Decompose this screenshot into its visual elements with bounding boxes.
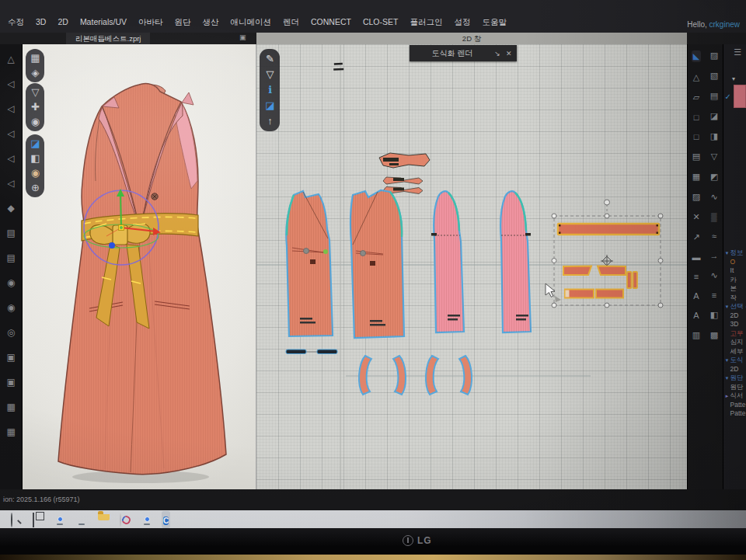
garment-icon[interactable]: ◈ (31, 68, 39, 78)
edge-icon[interactable] (76, 513, 88, 525)
box-icon[interactable]: ▦ (7, 426, 16, 437)
menu-item-materials-uv[interactable]: Materials/UV (80, 17, 127, 28)
float-window-icon[interactable]: ▣ (239, 33, 246, 41)
sewing-machine-icon[interactable]: ▧ (710, 71, 718, 81)
swatch-grid-icon[interactable]: ▩ (710, 330, 718, 340)
text-small-tool-icon[interactable]: A (693, 311, 699, 320)
panel-row[interactable]: ▼도식 (723, 356, 746, 365)
menu-item-help[interactable]: 도움말 (482, 17, 507, 28)
menu-item-plugin[interactable]: 플러그인 (410, 17, 442, 28)
collapse-arrow-icon[interactable]: ▼ (725, 357, 730, 366)
collapse-arrow-icon[interactable]: ► (725, 392, 730, 402)
transform-tool-icon[interactable]: ◣ (692, 50, 701, 62)
paint-garment-icon[interactable]: ◩ (710, 172, 718, 182)
panel-row[interactable]: 3D (723, 320, 746, 329)
menu-item-3d[interactable]: 3D (36, 17, 46, 28)
pattern-copy-icon[interactable]: □ (694, 132, 699, 141)
menu-item-fabric[interactable]: 원단 (174, 17, 190, 28)
ruler-icon[interactable]: ≡ (694, 272, 699, 281)
iron-icon[interactable]: ◧ (710, 310, 718, 320)
bag-icon[interactable]: ▣ (7, 352, 16, 363)
barcode-icon[interactable]: ▥ (692, 330, 700, 340)
image-swatch-icon[interactable]: ▨ (692, 192, 700, 202)
zigzag-shirt-icon[interactable]: ∿ (710, 192, 717, 202)
fabric-list-item[interactable]: ✓ (725, 85, 746, 108)
pattern-piece-back-left[interactable] (431, 191, 464, 332)
panel-row[interactable]: 원단 (723, 383, 746, 392)
press-icon[interactable]: ◨ (710, 131, 718, 141)
grid-swatch-icon[interactable]: ▦ (692, 172, 700, 182)
world-icon[interactable]: ⊕ (31, 183, 40, 193)
stitch-line-icon[interactable]: ≈ (712, 231, 716, 241)
menu-item-animation[interactable]: 애니메이션 (230, 17, 271, 28)
collapse-arrow-icon[interactable]: ▼ (725, 303, 730, 312)
shirt-icon[interactable]: ▽ (266, 69, 274, 80)
pattern-2d-view[interactable] (256, 44, 687, 489)
panel-row[interactable]: ▼선택 선 (723, 302, 746, 311)
panel-row[interactable]: 고무 (723, 329, 746, 339)
clo3d-app-icon[interactable]: C (162, 511, 170, 528)
fabric-swatch[interactable] (734, 85, 746, 108)
scene-cube-icon[interactable]: ▦ (30, 53, 40, 64)
panel-row[interactable]: 카 (723, 276, 746, 285)
schematic-render-popup[interactable]: 도식화 렌더 ↘ ✕ (410, 45, 517, 61)
panel-row[interactable]: ▼원단 (723, 374, 746, 383)
search-icon[interactable] (11, 513, 23, 525)
panel-row[interactable]: 세부 (723, 347, 746, 357)
pattern-piece-armhole-facings[interactable] (359, 356, 472, 395)
sweater-icon[interactable]: ▤ (7, 228, 16, 238)
popup-close-icon[interactable]: ✕ (506, 50, 512, 57)
avatar-pose-icon[interactable]: △ (8, 54, 15, 64)
bag-icon[interactable]: ▣ (7, 377, 16, 388)
cut-tool-icon[interactable]: ✕ (692, 212, 699, 222)
panel-row[interactable]: It (723, 266, 746, 276)
menu-item-connect[interactable]: CONNECT (311, 17, 351, 28)
edit-curve-tool-icon[interactable]: △ (693, 72, 699, 82)
menu-item-render[interactable]: 렌더 (283, 17, 299, 28)
pattern-piece-front-right[interactable] (350, 190, 404, 338)
sewing-machine-icon[interactable]: ▤ (710, 91, 718, 101)
text-tool-icon[interactable]: A (693, 291, 699, 301)
fabric-hide-icon[interactable]: ◧ (30, 153, 40, 164)
file-explorer-icon[interactable] (98, 513, 110, 525)
trace-tool-icon[interactable]: ▱ (693, 92, 699, 103)
button-thread-icon[interactable]: ◎ (7, 327, 15, 338)
shoe-icon[interactable]: ◆ (8, 203, 15, 214)
task-view-icon[interactable] (33, 513, 44, 525)
menu-item-2d[interactable]: 2D (58, 17, 68, 28)
bird-icon[interactable]: ◁ (8, 178, 15, 189)
dots-shirt-icon[interactable]: ▒ (711, 212, 717, 221)
panel-row[interactable]: 본 (723, 284, 746, 294)
pattern-piece-back-right[interactable] (501, 191, 532, 332)
mannequin-icon[interactable]: ◉ (31, 168, 40, 179)
pattern-piece-belt-loops[interactable] (286, 350, 337, 354)
document-icon[interactable]: ▬ (692, 252, 701, 262)
sync-garment-icon[interactable]: ↑ (267, 116, 273, 127)
avatar-icon[interactable]: ◉ (31, 117, 40, 127)
panel-row[interactable]: 2D (723, 311, 746, 321)
project-tab[interactable]: 리본매듭베스트.zprj (66, 33, 150, 44)
popup-dock-icon[interactable]: ↘ (494, 50, 500, 57)
panel-row[interactable]: ▼정보 (723, 249, 746, 258)
panel-menu-icon[interactable]: ☰ (734, 47, 741, 57)
pattern-piece-front-left[interactable] (287, 191, 333, 336)
panel-row[interactable]: O (723, 258, 746, 267)
sewing-machine-icon[interactable]: ▨ (710, 50, 718, 61)
bird-icon[interactable]: ◁ (8, 103, 15, 114)
measure-icon[interactable]: ≡ (712, 290, 716, 300)
sweater-icon[interactable]: ▤ (7, 252, 16, 263)
button-icon[interactable]: ◉ (7, 277, 15, 288)
garment-3d-view[interactable] (23, 44, 256, 489)
rotate-handle[interactable] (605, 200, 610, 205)
panel-row[interactable]: Patte (723, 401, 746, 410)
viewport-2d[interactable]: ✎▽ℹ◪↑ 도식화 렌더 ↘ ✕ (256, 44, 687, 489)
pattern-file-icon[interactable]: □ (694, 113, 699, 122)
steam-iron-icon[interactable]: ◪ (710, 111, 718, 121)
bird-icon[interactable]: ◁ (8, 153, 15, 164)
pin-icon[interactable]: ✚ (31, 102, 40, 113)
menu-item-clo-set[interactable]: CLO-SET (363, 17, 399, 28)
username-link[interactable]: crkginew (709, 20, 740, 29)
chevron-down-icon[interactable]: ▾ (732, 75, 735, 82)
pattern-piece-collar-band[interactable] (383, 177, 423, 184)
menu-item-edit[interactable]: 수정 (8, 17, 24, 28)
